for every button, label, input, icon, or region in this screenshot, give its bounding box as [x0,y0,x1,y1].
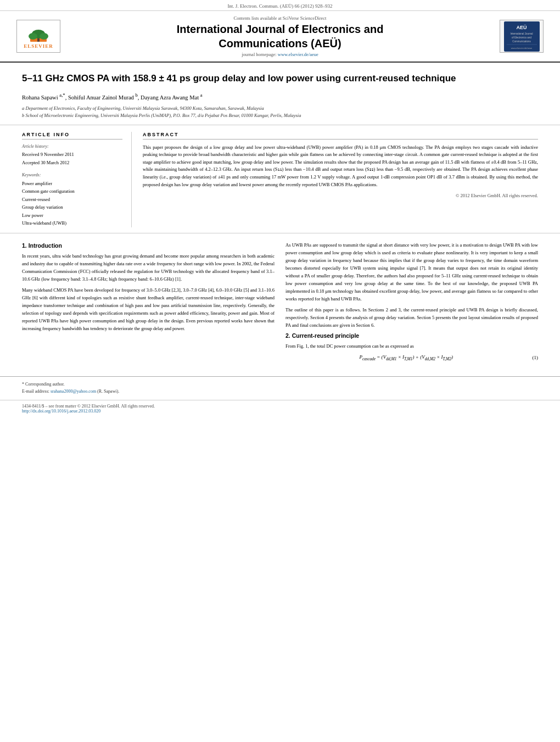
journal-homepage-link[interactable]: www.elsevier.de/aeue [278,52,318,57]
sciverse-text: Contents lists available at SciVerse Sci… [66,15,494,21]
keyword-4: Group delay variation [22,203,122,211]
svg-text:of Electronics and: of Electronics and [512,36,531,39]
keyword-1: Power amplifier [22,180,122,187]
elsevier-tree-icon [25,24,52,43]
history-heading: Article history: [22,144,122,149]
footnote-email: E-mail address: srahana2000@yahoo.com (R… [22,388,538,395]
affiliations: a Department of Electronics, Faculty of … [22,105,538,119]
journal-header: ELSEVIER Contents lists available at Sci… [0,11,560,63]
page: Int. J. Electron. Commun. (AEÜ) 66 (2012… [0,0,560,742]
article-section: 5–11 GHz CMOS PA with 158.9 ± 41 ps grou… [0,63,560,125]
abstract-text: This paper proposes the design of a low … [143,144,538,189]
equation-number: (1) [527,355,539,360]
footnote-section: * Corresponding author. E-mail address: … [0,376,560,395]
article-info-heading: ARTICLE INFO [22,132,122,140]
footer-doi: http://dx.doi.org/10.1016/j.aeue.2012.03… [22,409,538,414]
aeu-logo-icon: AEÜ International Journal of Electronics… [504,21,540,52]
citation-bar: Int. J. Electron. Commun. (AEÜ) 66 (2012… [0,0,560,11]
aeu-logo-box: AEÜ International Journal of Electronics… [500,20,544,53]
intro-title: 1. Introduction [22,242,275,249]
email-person: (R. Sapawi). [97,389,119,394]
footer-bar: 1434-8411/$ – see front matter © 2012 El… [0,400,560,417]
equation-content: Pcascade = (Vdd,M1 × IT,M1) + (Vdd,M2 × … [285,354,527,361]
affiliation-b: b School of Microelectronic Engineering,… [22,112,538,119]
copyright-line: © 2012 Elsevier GmbH. All rights reserve… [143,193,538,198]
sciverse-label: Contents lists available at SciVerse Sci… [234,15,327,21]
journal-title: International Journal of Electronics and… [66,22,494,51]
keywords-section: Keywords: Power amplifier Common gate co… [22,172,122,227]
journal-homepage: journal homepage: www.elsevier.de/aeue [66,52,494,57]
intro-para2: Many wideband CMOS PA have been develope… [22,286,275,332]
section2-para1: From Fig. 1, the total DC power consumpt… [285,342,538,350]
info-abstract-section: ARTICLE INFO Article history: Received 9… [0,125,560,233]
svg-text:AEÜ: AEÜ [516,25,527,30]
intro-para3: As UWB PAs are supposed to transmit the … [285,241,538,303]
elsevier-logo-box: ELSEVIER [16,20,60,53]
elsevier-wordmark: ELSEVIER [24,43,53,49]
footnote-star: * Corresponding author. [22,381,538,388]
authors-line: Rohana Sapawi a,*, Sohiful Anuar Zainol … [22,92,538,102]
intro-title-text: Introduction [29,242,62,249]
svg-text:www.elsevier.de/aeue: www.elsevier.de/aeue [511,47,532,49]
intro-para1: In recent years, ultra wide band technol… [22,252,275,283]
article-title: 5–11 GHz CMOS PA with 158.9 ± 41 ps grou… [22,72,538,85]
received-date: Received 9 November 2011 [22,151,122,159]
journal-center: Contents lists available at SciVerse Sci… [60,15,500,57]
section2-title-text: Current-reused principle [292,332,360,339]
svg-rect-4 [37,38,40,42]
abstract-heading: ABSTRACT [143,132,538,140]
email-label: E-mail address: [22,389,49,394]
svg-point-3 [40,33,48,40]
accepted-date: Accepted 30 March 2012 [22,159,122,167]
section2-title: 2. Current-reused principle [285,332,538,339]
keyword-6: Ultra-wideband (UWB) [22,219,122,227]
svg-text:Communications: Communications [512,40,531,43]
right-column: As UWB PAs are supposed to transmit the … [285,241,538,366]
affil-a-super: a,* [59,92,65,98]
affil-a2-super: a [200,92,203,98]
svg-text:International Journal: International Journal [510,32,533,35]
svg-point-2 [29,33,37,40]
equation-1: Pcascade = (Vdd,M1 × IT,M1) + (Vdd,M2 × … [285,354,538,361]
email-link[interactable]: srahana2000@yahoo.com [51,389,96,394]
doi-link[interactable]: http://dx.doi.org/10.1016/j.aeue.2012.03… [22,409,100,414]
affiliation-a: a Department of Electronics, Faculty of … [22,105,538,112]
keywords-heading: Keywords: [22,172,122,177]
main-content: 1. Introduction In recent years, ultra w… [0,233,560,371]
elsevier-logo: ELSEVIER [16,20,60,53]
abstract-col: ABSTRACT This paper proposes the design … [143,132,538,227]
intro-num: 1. [22,242,27,249]
section2-num: 2. [285,332,290,339]
affil-b-super: b [135,92,137,98]
intro-para4: The outline of this paper is as follows.… [285,306,538,329]
article-info-col: ARTICLE INFO Article history: Received 9… [22,132,132,227]
left-column: 1. Introduction In recent years, ultra w… [22,241,275,366]
keyword-5: Low power [22,211,122,219]
keyword-2: Common gate configuration [22,187,122,195]
citation-text: Int. J. Electron. Commun. (AEÜ) 66 (2012… [227,3,332,9]
keyword-3: Current-reused [22,196,122,203]
footer-issn: 1434-8411/$ – see front matter © 2012 El… [22,404,538,409]
